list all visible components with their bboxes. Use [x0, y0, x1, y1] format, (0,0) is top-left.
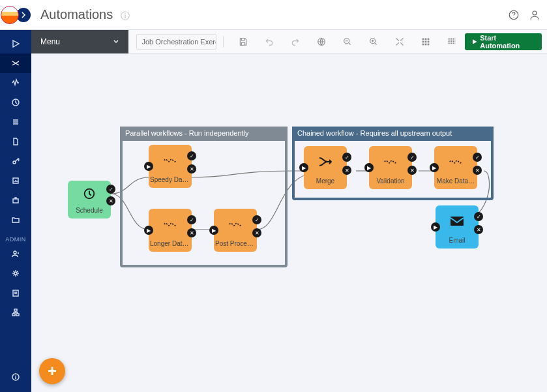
sidebar-item-list[interactable]: [0, 112, 31, 132]
svg-point-8: [14, 272, 17, 275]
svg-rect-22: [427, 40, 429, 42]
port-check-icon[interactable]: ✓: [474, 212, 483, 221]
port-play-icon[interactable]: ▶: [364, 163, 374, 172]
process-icon: [369, 146, 412, 177]
fit-icon[interactable]: [387, 30, 413, 53]
port-cross-icon[interactable]: ✕: [252, 228, 261, 237]
toolbar: Menu Job Orchestration Exerci… S: [31, 30, 547, 53]
start-label: Start Automation: [480, 34, 535, 50]
svg-rect-29: [454, 38, 455, 39]
node-validation[interactable]: Validation ▶ ✓ ✕: [369, 146, 412, 189]
port-check-icon[interactable]: ✓: [342, 153, 351, 162]
node-speedy-data[interactable]: Speedy Data… ▶ ✓ ✕: [149, 145, 192, 188]
top-header: Automations ⓘ: [0, 0, 547, 30]
sidebar-item-audit[interactable]: [0, 283, 31, 303]
sidebar-item-activity[interactable]: [0, 73, 31, 93]
sidebar-item-settings[interactable]: [0, 264, 31, 283]
node-speedy-label: Speedy Data…: [149, 176, 192, 186]
port-cross-icon[interactable]: ✕: [473, 166, 482, 175]
svg-point-1: [513, 17, 514, 18]
play-icon: [471, 38, 478, 45]
svg-rect-10: [14, 309, 17, 311]
node-make-label: Make Data…: [434, 177, 477, 187]
port-play-icon[interactable]: ▶: [144, 162, 153, 171]
node-longer-label: Longer Data…: [149, 240, 192, 250]
node-longer-data[interactable]: Longer Data… ▶ ✓ ✕: [149, 209, 192, 252]
node-make-data[interactable]: Make Data… ▶ ✓ ✕: [434, 146, 477, 189]
plus-icon: +: [48, 362, 57, 380]
grid-large-icon[interactable]: [413, 30, 439, 53]
node-merge-label: Merge: [304, 177, 347, 187]
page-title-text: Automations: [40, 7, 113, 22]
help-icon[interactable]: [508, 9, 520, 21]
sidebar-item-jobs[interactable]: [0, 190, 31, 210]
page-title: Automations ⓘ: [40, 7, 130, 22]
node-email[interactable]: Email ▶ ✓ ✕: [436, 205, 479, 249]
port-cross-icon[interactable]: ✕: [474, 225, 483, 234]
svg-point-2: [533, 11, 537, 15]
menu-button[interactable]: Menu: [31, 30, 128, 53]
sidebar-item-files[interactable]: [0, 132, 31, 151]
zoom-out-icon[interactable]: [334, 30, 361, 53]
sidebar-item-users[interactable]: [0, 244, 31, 264]
sidebar-item-keys[interactable]: [0, 151, 31, 171]
add-node-button[interactable]: +: [39, 358, 65, 384]
undo-icon[interactable]: [256, 30, 282, 53]
automation-name[interactable]: Job Orchestration Exerci…: [136, 34, 216, 50]
port-check-icon[interactable]: ✓: [473, 153, 482, 162]
port-play-icon[interactable]: ▶: [144, 226, 153, 235]
sidebar-admin-label: ADMIN: [5, 236, 26, 243]
port-play-icon[interactable]: ▶: [430, 163, 439, 172]
sidebar-item-org[interactable]: [0, 303, 31, 322]
globe-icon[interactable]: [308, 30, 334, 53]
port-cross-icon[interactable]: ✕: [187, 228, 196, 237]
sidebar-item-run[interactable]: [0, 34, 31, 53]
svg-rect-30: [448, 40, 449, 42]
redo-icon[interactable]: [282, 30, 308, 53]
port-check-icon[interactable]: ✓: [106, 185, 115, 194]
zoom-in-icon[interactable]: [361, 30, 387, 53]
save-icon[interactable]: [230, 30, 256, 53]
start-automation-button[interactable]: Start Automation: [465, 33, 542, 50]
port-check-icon[interactable]: ✓: [252, 215, 261, 224]
group-parallel[interactable]: Parallel workflows - Run independently: [120, 127, 288, 267]
port-check-icon[interactable]: ✓: [407, 153, 417, 162]
clock-icon: [68, 181, 111, 207]
svg-rect-39: [451, 217, 464, 226]
port-cross-icon[interactable]: ✕: [187, 164, 196, 173]
svg-rect-19: [427, 38, 429, 40]
port-check-icon[interactable]: ✓: [187, 215, 196, 224]
node-post-label: Post Processi…: [214, 240, 257, 250]
port-play-icon[interactable]: ▶: [209, 226, 218, 235]
port-cross-icon[interactable]: ✕: [407, 166, 417, 175]
svg-rect-12: [16, 314, 19, 316]
merge-icon: [304, 146, 347, 177]
workflow-canvas[interactable]: Parallel workflows - Run independently C…: [31, 53, 547, 392]
user-icon[interactable]: [529, 9, 540, 21]
port-play-icon[interactable]: ▶: [431, 222, 440, 232]
port-cross-icon[interactable]: ✕: [342, 166, 351, 175]
node-post-processing[interactable]: Post Processi… ▶ ✓ ✕: [214, 209, 257, 252]
node-merge[interactable]: Merge ▶ ✓ ✕: [304, 146, 347, 189]
group-parallel-title: Parallel workflows - Run independently: [120, 127, 288, 141]
grid-small-icon[interactable]: [439, 30, 465, 53]
svg-rect-31: [451, 40, 452, 42]
sidebar-item-automations[interactable]: [0, 53, 31, 73]
logo-group: [0, 6, 31, 24]
sidebar-item-schedules[interactable]: [0, 93, 31, 112]
node-validation-label: Validation: [369, 177, 412, 187]
port-cross-icon[interactable]: ✕: [106, 196, 115, 205]
sidebar-item-info[interactable]: [0, 367, 31, 387]
info-icon[interactable]: ⓘ: [121, 10, 130, 21]
node-schedule[interactable]: Schedule ✓ ✕: [68, 181, 111, 219]
svg-rect-33: [454, 40, 455, 42]
port-check-icon[interactable]: ✓: [187, 151, 196, 160]
email-icon: [436, 205, 479, 237]
svg-point-7: [14, 251, 16, 254]
port-play-icon[interactable]: ▶: [299, 163, 308, 172]
sidebar-item-reports[interactable]: [0, 171, 31, 190]
node-email-label: Email: [436, 237, 479, 247]
svg-rect-32: [452, 40, 454, 42]
sidebar-item-folder[interactable]: [0, 210, 31, 230]
process-icon: [214, 209, 257, 240]
